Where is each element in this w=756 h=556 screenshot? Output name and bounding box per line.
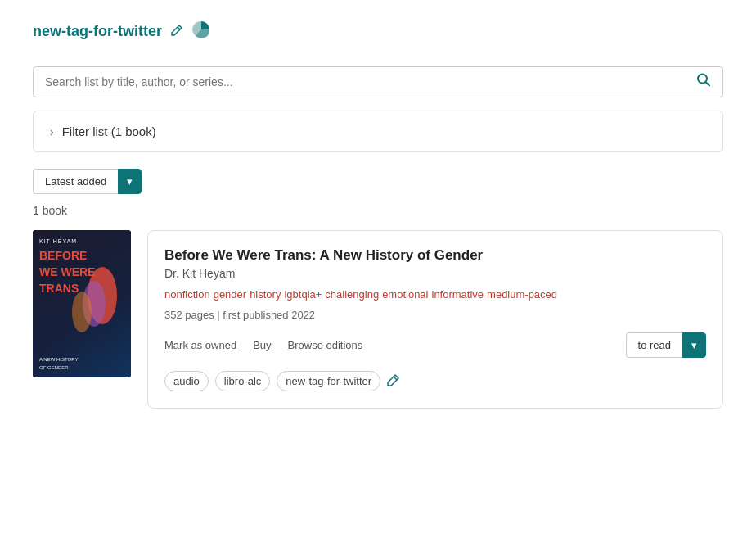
book-card-outer: KIT HEYAM BEFORE WE WERE TRANS A NEW HIS… (33, 230, 723, 409)
chart-icon[interactable] (191, 20, 211, 43)
buy-button[interactable]: Buy (253, 339, 271, 351)
list-tag-new-tag-for-twitter[interactable]: new-tag-for-twitter (277, 371, 380, 391)
book-tags: nonfiction gender history lgbtqia+ chall… (164, 288, 706, 301)
tag-emotional[interactable]: emotional (382, 288, 428, 301)
browse-editions-button[interactable]: Browse editions (288, 339, 363, 351)
book-author: Dr. Kit Heyam (164, 267, 706, 280)
list-title[interactable]: new-tag-for-twitter (33, 23, 162, 40)
svg-text:A NEW HISTORY: A NEW HISTORY (39, 357, 78, 362)
edit-icon[interactable] (170, 24, 183, 40)
header: new-tag-for-twitter (33, 20, 723, 43)
book-cover: KIT HEYAM BEFORE WE WERE TRANS A NEW HIS… (33, 230, 131, 377)
search-icon[interactable] (695, 72, 712, 93)
reading-status-button[interactable]: to read (626, 332, 682, 358)
sort-dropdown-button[interactable]: ▾ (118, 169, 142, 194)
mark-as-owned-button[interactable]: Mark as owned (164, 339, 236, 351)
book-meta: 352 pages | first published 2022 (164, 309, 706, 321)
sort-label-button[interactable]: Latest added (33, 169, 118, 194)
reading-status-group: to read ▾ (626, 332, 706, 358)
tag-lgbtqia[interactable]: lgbtqia+ (284, 288, 322, 301)
tag-nonfiction[interactable]: nonfiction (164, 288, 210, 301)
svg-text:KIT HEYAM: KIT HEYAM (39, 238, 77, 244)
tag-history[interactable]: history (250, 288, 281, 301)
filter-box[interactable]: › Filter list (1 book) (33, 111, 723, 152)
book-lists: audio libro-alc new-tag-for-twitter (164, 371, 706, 391)
list-tag-libro-alc[interactable]: libro-alc (215, 371, 271, 391)
svg-text:WE WERE: WE WERE (39, 265, 95, 278)
svg-text:OF GENDER: OF GENDER (39, 365, 69, 370)
tag-challenging[interactable]: challenging (325, 288, 379, 301)
reading-status-dropdown-button[interactable]: ▾ (682, 332, 706, 358)
book-actions: Mark as owned Buy Browse editions to rea… (164, 332, 706, 358)
book-cover-side: KIT HEYAM BEFORE WE WERE TRANS A NEW HIS… (33, 230, 147, 409)
sort-dropdown-chevron: ▾ (127, 175, 133, 188)
reading-status-dropdown-chevron: ▾ (691, 339, 697, 351)
tag-medium-paced[interactable]: medium-paced (487, 288, 557, 301)
svg-point-6 (72, 292, 92, 332)
book-count: 1 book (33, 204, 723, 217)
filter-label: Filter list (1 book) (62, 124, 156, 138)
svg-text:BEFORE: BEFORE (39, 249, 87, 262)
search-container (33, 66, 723, 97)
list-tag-audio[interactable]: audio (164, 371, 209, 391)
tag-informative[interactable]: informative (432, 288, 484, 301)
svg-text:TRANS: TRANS (39, 282, 79, 295)
book-pages: 352 pages (164, 309, 214, 321)
filter-chevron-icon: › (50, 125, 54, 138)
book-info-card: Before We Were Trans: A New History of G… (147, 230, 723, 409)
search-input[interactable] (33, 66, 723, 97)
tag-gender[interactable]: gender (214, 288, 246, 301)
sort-controls: Latest added ▾ (33, 169, 723, 194)
book-published: first published 2022 (223, 309, 315, 321)
book-title: Before We Were Trans: A New History of G… (164, 247, 706, 264)
edit-lists-icon[interactable] (387, 373, 400, 390)
